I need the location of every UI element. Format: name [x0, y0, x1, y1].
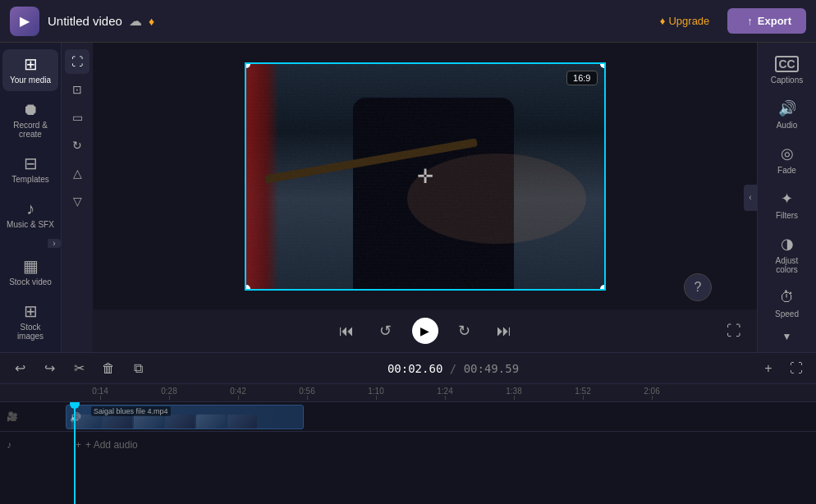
sidebar-item-stock-video[interactable]: ▦ Stock video — [2, 251, 58, 293]
handle-bottom-left[interactable] — [245, 285, 250, 291]
thumb-5 — [196, 415, 226, 429]
right-tool-filters[interactable]: ✦ Filters — [761, 183, 814, 227]
templates-icon: ⊟ — [24, 155, 38, 172]
thumb-2 — [103, 415, 132, 429]
fade-icon: ◎ — [781, 144, 794, 163]
right-tool-adjust-colors[interactable]: ◑ Adjust colors — [761, 228, 814, 281]
handle-top-right[interactable] — [600, 62, 606, 68]
sidebar-item-record-create[interactable]: ⏺ Record & create — [2, 94, 58, 145]
video-track-row: 🎥 Saigal blues file 4.mp4 🔊 — [0, 402, 816, 432]
handle-bottom-right[interactable] — [600, 285, 606, 291]
hands-area — [407, 153, 586, 244]
upgrade-gem-icon: ♦ — [660, 15, 666, 27]
right-tool-captions[interactable]: CC Captions — [761, 49, 814, 91]
captions-icon: CC — [775, 56, 798, 72]
track-area: 🎥 Saigal blues file 4.mp4 🔊 — [0, 402, 816, 504]
help-button[interactable]: ? — [684, 273, 712, 301]
duplicate-button[interactable]: ⧉ — [126, 357, 149, 380]
music-note-icon: ♪ — [7, 439, 11, 451]
right-sidebar-collapse[interactable]: ‹ — [744, 185, 757, 211]
add-track-button[interactable]: + — [757, 357, 780, 380]
skip-forward-button[interactable]: ⏭ — [491, 318, 517, 344]
speed-icon: ⏱ — [780, 289, 795, 306]
cut-button[interactable]: ✂ — [67, 357, 90, 380]
playback-controls: ⏮ ↺ ▶ ↻ ⏭ ⛶ — [93, 309, 757, 352]
cloud-icon: ☁ — [129, 13, 142, 29]
current-time: 00:02.60 — [387, 362, 442, 375]
upgrade-button[interactable]: ♦ Upgrade — [649, 10, 718, 32]
ruler-line — [169, 396, 170, 400]
crown-icon: ♦ — [149, 15, 154, 28]
adjust-colors-label: Adjust colors — [764, 256, 810, 274]
stock-images-icon: ⊞ — [24, 303, 38, 319]
playback-row: ⏮ ↺ ▶ ↻ ⏭ ⛶ — [93, 318, 757, 344]
video-track-label: 🎥 — [0, 411, 66, 422]
right-tool-fade[interactable]: ◎ Fade — [761, 138, 814, 181]
playhead — [74, 402, 76, 504]
captions-label: Captions — [771, 76, 803, 85]
header: ▶ Untitled video ☁ ♦ ♦ Upgrade ↑ Export — [0, 0, 816, 43]
screen-tool[interactable]: ▭ — [65, 105, 89, 130]
export-button[interactable]: ↑ Export — [727, 8, 806, 34]
ruler-mark-8: 2:06 — [617, 387, 686, 400]
expand-timeline-button[interactable]: ⛶ — [785, 357, 808, 380]
thumb-4 — [165, 415, 195, 429]
redo-button[interactable]: ↪ — [38, 357, 61, 380]
rotate-tool[interactable]: ↻ — [65, 133, 89, 158]
aspect-ratio-badge: 16:9 — [566, 71, 597, 85]
video-preview-wrapper: ✛ 16:9 ? — [93, 43, 757, 309]
your-media-icon: ⊞ — [24, 56, 38, 72]
total-time: 00:49.59 — [464, 362, 519, 375]
sidebar-expand[interactable]: › — [48, 239, 61, 248]
right-tool-speed[interactable]: ⏱ Speed — [761, 282, 814, 325]
handle-top-left[interactable] — [245, 62, 250, 68]
video-preview[interactable]: ✛ 16:9 — [245, 62, 606, 291]
timeline-right-buttons: + ⛶ — [757, 357, 808, 380]
project-title[interactable]: Untitled video — [48, 14, 122, 28]
record-icon: ⏺ — [22, 101, 39, 117]
undo-button[interactable]: ↩ — [8, 357, 31, 380]
video-track-content[interactable]: Saigal blues file 4.mp4 🔊 — [66, 402, 816, 431]
ruler-line — [238, 396, 239, 400]
filters-label: Filters — [776, 211, 798, 220]
right-sidebar-arrow[interactable]: ▼ — [779, 328, 795, 346]
delete-button[interactable]: 🗑 — [97, 357, 120, 380]
rewind-button[interactable]: ↺ — [373, 318, 399, 344]
ruler-line — [100, 396, 101, 400]
sidebar-item-templates[interactable]: ⊟ Templates — [2, 149, 58, 190]
main-body: ⊞ Your media ⏺ Record & create ⊟ Templat… — [0, 43, 816, 352]
ruler-line — [583, 396, 584, 400]
play-button[interactable]: ▶ — [412, 318, 438, 344]
audio-label: Audio — [777, 121, 798, 130]
flip-v-tool[interactable]: ▽ — [65, 189, 89, 213]
ruler-line — [652, 396, 653, 400]
timeline-toolbar: ↩ ↪ ✂ 🗑 ⧉ 00:02.60 / 00:49.59 + ⛶ — [0, 353, 816, 384]
ruler-line — [514, 396, 515, 400]
ruler-mark-2: 0:42 — [204, 387, 273, 400]
audio-icon: 🔊 — [778, 99, 796, 117]
canvas-toolbar: ⛶ ⊡ ▭ ↻ △ ▽ — [62, 43, 93, 352]
right-sidebar: ‹ CC Captions 🔊 Audio ◎ Fade ✦ Filters ◑… — [757, 43, 816, 352]
fade-label: Fade — [777, 166, 796, 175]
sidebar-item-music-sfx[interactable]: ♪ Music & SFX — [2, 194, 58, 236]
skip-back-button[interactable]: ⏮ — [333, 318, 360, 344]
video-clip[interactable]: Saigal blues file 4.mp4 🔊 — [66, 405, 304, 429]
forward-button[interactable]: ↻ — [452, 318, 478, 344]
canvas-area: ⛶ ⊡ ▭ ↻ △ ▽ — [62, 43, 757, 352]
select-tool[interactable]: ⛶ — [65, 49, 89, 74]
crop-tool[interactable]: ⊡ — [65, 77, 89, 102]
add-audio-button[interactable]: + + Add audio — [66, 434, 148, 456]
fullscreen-button[interactable]: ⛶ — [721, 318, 747, 344]
left-sidebar: ⊞ Your media ⏺ Record & create ⊟ Templat… — [0, 43, 62, 352]
audio-track-row: ♪ + + Add audio — [0, 432, 816, 458]
sidebar-item-your-media[interactable]: ⊞ Your media — [2, 49, 58, 91]
time-display: 00:02.60 / 00:49.59 — [156, 362, 750, 375]
time-separator: / — [450, 362, 464, 375]
right-tool-audio[interactable]: 🔊 Audio — [761, 93, 814, 136]
flip-h-tool[interactable]: △ — [65, 161, 89, 186]
sidebar-item-stock-images[interactable]: ⊞ Stock images — [2, 296, 58, 347]
timeline-ruler: 0:14 0:28 0:42 0:56 1:10 1:24 1:38 1:52 — [0, 384, 816, 402]
ruler-mark-6: 1:38 — [479, 387, 548, 400]
export-icon: ↑ — [747, 15, 753, 27]
audio-track-label: ♪ — [0, 439, 66, 451]
